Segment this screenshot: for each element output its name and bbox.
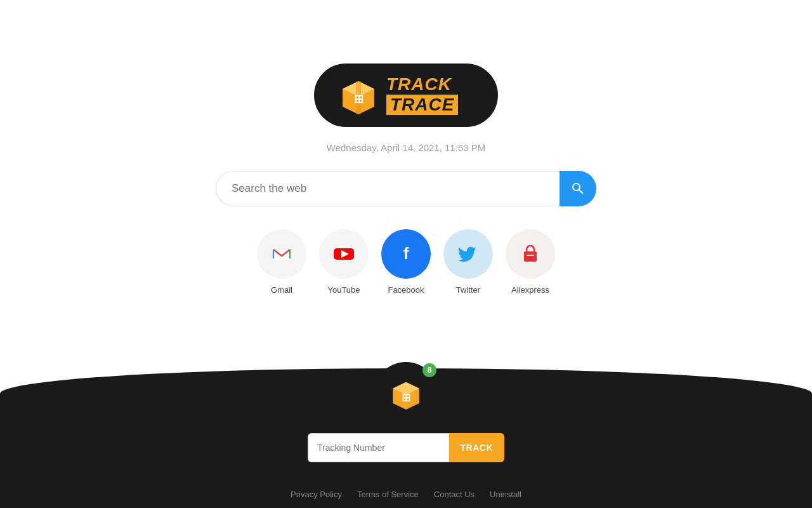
notification-badge: 8 <box>422 363 436 377</box>
footer-contact-us[interactable]: Contact Us <box>434 490 475 499</box>
floating-box-icon: ⊞ <box>390 378 422 410</box>
search-input[interactable] <box>216 171 560 206</box>
youtube-icon <box>319 229 369 279</box>
quick-link-gmail[interactable]: Gmail <box>257 229 306 295</box>
facebook-label: Facebook <box>388 285 424 295</box>
logo-container: ⊞ TRACK TRACE <box>314 64 498 127</box>
logo-trace-text: TRACE <box>386 95 458 115</box>
footer-links: Privacy Policy Terms of Service Contact … <box>291 490 521 499</box>
quick-link-facebook[interactable]: f Facebook <box>381 229 431 295</box>
gmail-label: Gmail <box>271 285 292 295</box>
floating-logo: ⊞ 8 <box>374 362 438 425</box>
logo-box-icon: ⊞ <box>339 76 377 114</box>
quick-link-twitter[interactable]: Twitter <box>443 229 493 295</box>
svg-text:f: f <box>403 244 409 263</box>
footer-privacy-policy[interactable]: Privacy Policy <box>291 490 342 499</box>
floating-logo-circle: ⊞ 8 <box>374 362 438 425</box>
aliexpress-label: Aliexpress <box>511 285 549 295</box>
quick-link-youtube[interactable]: YouTube <box>319 229 369 295</box>
quick-link-aliexpress[interactable]: Aliexpress <box>506 229 555 295</box>
youtube-label: YouTube <box>327 285 360 295</box>
tracking-input[interactable] <box>308 433 449 462</box>
quick-links: Gmail YouTube f Facebook <box>257 229 555 295</box>
svg-text:⊞: ⊞ <box>354 93 363 105</box>
logo-pill: ⊞ TRACK TRACE <box>314 64 498 127</box>
footer-terms-of-service[interactable]: Terms of Service <box>357 490 419 499</box>
track-button[interactable]: TRACK <box>449 433 505 462</box>
svg-text:⊞: ⊞ <box>402 392 410 404</box>
search-button[interactable] <box>560 171 596 206</box>
search-icon <box>570 181 586 196</box>
date-display: Wednesday, April 14, 2021, 11:53 PM <box>327 142 485 153</box>
footer-uninstall[interactable]: Uninstall <box>490 490 521 499</box>
twitter-label: Twitter <box>456 285 480 295</box>
bottom-section: ⊞ 8 TRACK Privacy Policy Terms of Servic… <box>0 368 812 508</box>
logo-track-text: TRACK <box>386 76 458 93</box>
search-bar <box>216 171 596 206</box>
logo-text: TRACK TRACE <box>386 76 458 115</box>
gmail-icon <box>257 229 306 279</box>
aliexpress-icon <box>506 229 555 279</box>
twitter-icon <box>443 229 493 279</box>
tracking-section: TRACK <box>308 433 504 462</box>
svg-rect-12 <box>524 251 537 262</box>
facebook-icon: f <box>381 229 431 279</box>
